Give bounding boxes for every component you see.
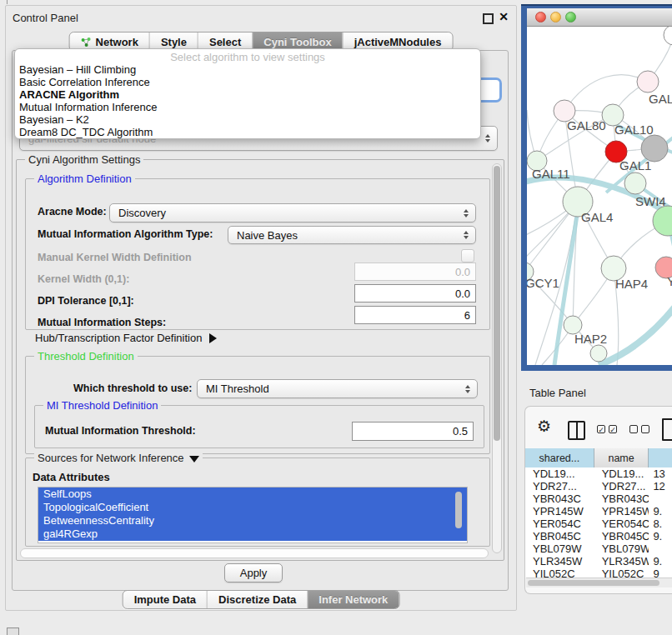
table-header: shared...name [525, 448, 672, 468]
dropdown-hint: Select algorithm to view settings [15, 51, 480, 63]
table-row[interactable]: YDL19...YDL19...13 [525, 468, 672, 480]
algorithm-option-basic-correlation-inference[interactable]: Basic Correlation Inference [15, 76, 480, 88]
network-node-gal1-green[interactable] [624, 172, 646, 194]
data-attribute-betweennesscentrality[interactable]: BetweennessCentrality [38, 514, 467, 528]
combo-arrows-icon [464, 231, 469, 239]
mi-steps-value: 6 [464, 309, 470, 322]
table-cell: YBR043C [525, 492, 594, 505]
table-row[interactable]: YIL052CYIL052C9 [525, 568, 672, 578]
mode-tab-discretize-data[interactable]: Discretize Data [207, 591, 307, 608]
export-table-icon[interactable] [662, 418, 672, 441]
mi-threshold-label: Mutual Information Threshold: [45, 425, 196, 437]
mi-steps-field[interactable]: 6 [354, 306, 476, 324]
aracne-mode-combo[interactable]: Discovery [109, 203, 476, 222]
network-node-top-right[interactable] [664, 27, 672, 45]
network-node-bottom[interactable] [590, 345, 607, 362]
table-header-shared[interactable]: shared... [525, 448, 594, 468]
table-cell [649, 492, 672, 505]
table-header-name[interactable]: name [594, 448, 649, 468]
algorithm-option-mutual-information-inference[interactable]: Mutual Information Inference [15, 101, 480, 113]
network-node-gal2[interactable] [637, 71, 659, 92]
mi-threshold-field[interactable]: 0.5 [352, 422, 474, 441]
table-row[interactable]: YBR045CYBR045C9. [525, 530, 672, 542]
scrollbar-thumb[interactable] [528, 580, 659, 586]
mi-type-label: Mutual Information Algorithm Type: [38, 228, 213, 240]
mode-tab-impute-data[interactable]: Impute Data [123, 591, 207, 608]
select-all-columns-icon[interactable]: ✓ ✓ [597, 425, 617, 433]
close-panel-icon[interactable]: ✕ [499, 10, 509, 23]
table-cell: YDL19... [525, 468, 594, 480]
close-window-button[interactable] [535, 12, 546, 22]
zoom-window-button[interactable] [565, 12, 576, 22]
table-row[interactable]: YBL079WYBL079W [525, 542, 672, 555]
table-header-col2[interactable] [649, 448, 672, 468]
aracne-mode-label: Aracne Mode: [38, 206, 107, 218]
deselect-all-columns-icon[interactable] [629, 425, 649, 433]
algorithm-options: Bayesian – Hill ClimbingBasic Correlatio… [15, 63, 480, 138]
mode-tab-infer-network[interactable]: Infer Network [307, 591, 399, 608]
table-cell: YLR345W [525, 555, 594, 568]
algorithm-option-aracne-algorithm[interactable]: ARACNE Algorithm [15, 88, 480, 101]
attribute-list-scrollbar[interactable] [455, 492, 462, 528]
table-row[interactable]: YDR27...YDR27...12 [525, 480, 672, 492]
settings-horizontal-scrollbar[interactable] [20, 548, 489, 558]
table-cell: YBL079W [594, 542, 649, 555]
table-panel-title: Table Panel [529, 387, 586, 399]
algorithm-option-bayesian-hill-climbing[interactable]: Bayesian – Hill Climbing [15, 63, 480, 76]
scrollbar-thumb[interactable] [494, 166, 500, 441]
dpi-tolerance-field[interactable]: 0.0 [354, 284, 476, 302]
hidden-panel-grip[interactable] [7, 628, 19, 635]
network-node-swi4[interactable] [653, 206, 672, 236]
aracne-mode-value: Discovery [118, 207, 166, 219]
cyni-algorithm-settings-group: Cyni Algorithm Settings Algorithm Defini… [16, 159, 504, 561]
unchecked-box-icon [629, 425, 638, 433]
table-row[interactable]: YER054CYER054C8. [525, 518, 672, 530]
hub-definition-label: Hub/Transcription Factor Definition [35, 332, 202, 344]
table-body: YDL19...YDL19...13YDR27...YDR27...12YBR0… [525, 468, 672, 578]
kernel-width-field[interactable]: 0.0 [354, 262, 476, 281]
split-columns-icon[interactable] [568, 421, 585, 440]
apply-button[interactable]: Apply [224, 563, 283, 582]
algorithm-definition-title: Algorithm Definition [34, 172, 135, 185]
unchecked-box-icon [641, 425, 649, 433]
table-row[interactable]: YBR043CYBR043C [525, 492, 672, 505]
table-cell: YIL052C [594, 568, 649, 578]
mi-type-combo[interactable]: Naive Bayes [228, 226, 476, 244]
table-cell: YBR043C [594, 492, 649, 505]
float-panel-icon[interactable] [483, 13, 494, 24]
minimize-window-button[interactable] [550, 12, 561, 22]
table-cell: YPR145W [594, 505, 649, 518]
data-attribute-gal4rgexp[interactable]: gal4RGexp [38, 528, 467, 541]
network-window-titlebar[interactable] [527, 8, 672, 27]
table-cell: 9. [649, 505, 672, 518]
sources-group-title[interactable]: Sources for Network Inference [34, 452, 203, 464]
which-threshold-combo[interactable]: MI Threshold [197, 379, 478, 398]
table-row[interactable]: YLR345WYLR345W9. [525, 555, 672, 568]
data-attribute-selfloops[interactable]: SelfLoops [38, 488, 467, 501]
manual-kernel-checkbox[interactable] [461, 249, 474, 262]
table-cell: 13 [649, 468, 672, 480]
gear-icon[interactable]: ⚙ [537, 417, 551, 436]
mi-threshold-group: MI Threshold Definition Mutual Informati… [34, 405, 484, 448]
dpi-tolerance-value: 0.0 [455, 288, 470, 300]
tab-label: Select [209, 36, 241, 48]
algorithm-option-bayesian-k2[interactable]: Bayesian – K2 [15, 113, 480, 126]
table-cell: YDR27... [594, 480, 649, 492]
hub-definition-toggle[interactable]: Hub/Transcription Factor Definition [35, 332, 217, 344]
window-edge-mark [7, 0, 8, 4]
data-attribute-topologicalcoefficient[interactable]: TopologicalCoefficient [38, 501, 467, 514]
table-cell: YIL052C [525, 568, 594, 578]
network-canvas[interactable]: GAL2GAL80GAL10GAL1GAL11SWI4GAL4HAP4YGCY1… [527, 27, 672, 365]
table-horizontal-scrollbar[interactable] [526, 578, 672, 588]
table-cell [649, 542, 672, 555]
algorithm-option-dream8-dc-tdc-algorithm[interactable]: Dream8 DC_TDC Algorithm [15, 126, 480, 138]
settings-scrollbar[interactable] [492, 163, 502, 553]
node-label-gal11: GAL11 [532, 167, 570, 181]
data-attributes-list[interactable]: SelfLoopsTopologicalCoefficientBetweenne… [38, 487, 468, 543]
table-cell: YBL079W [525, 542, 594, 555]
node-label-gal80: GAL80 [567, 118, 606, 132]
table-row[interactable]: YPR145WYPR145W9. [525, 505, 672, 518]
table-cell: YER054C [525, 518, 594, 530]
algorithm-definition-group: Algorithm Definition Aracne Mode: Discov… [25, 178, 490, 330]
tab-label: Network [96, 36, 138, 48]
